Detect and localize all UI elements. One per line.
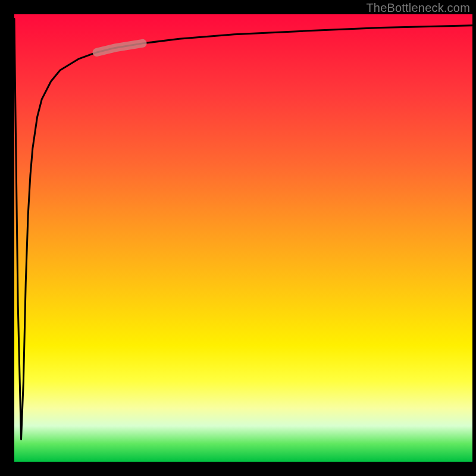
bottleneck-gradient-background — [14, 14, 472, 462]
watermark-text: TheBottleneck.com — [366, 1, 470, 15]
chart-frame: TheBottleneck.com — [0, 0, 476, 476]
plot-area — [14, 14, 472, 462]
